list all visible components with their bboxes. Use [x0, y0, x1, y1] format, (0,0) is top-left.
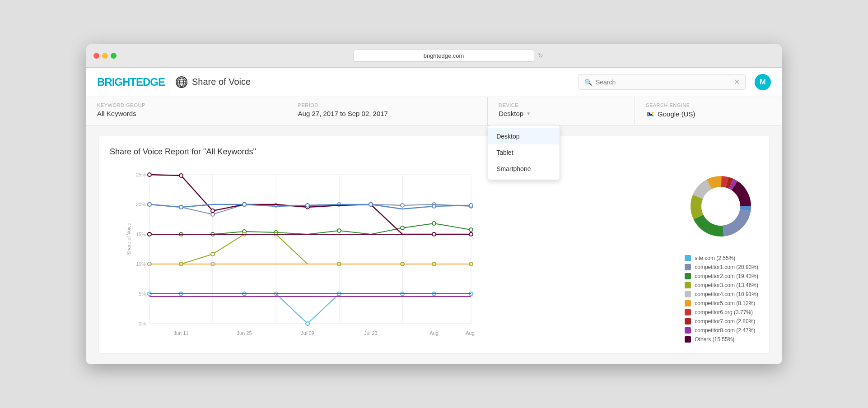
svg-point-100: [704, 189, 738, 223]
close-search-icon[interactable]: ✕: [734, 78, 740, 86]
list-item: competitor6.org (3.77%): [685, 309, 758, 315]
address-bar-container: brightedge.com ↻: [122, 50, 775, 62]
svg-point-51: [432, 222, 436, 225]
search-engine-label: SEARCH ENGINE: [646, 102, 771, 108]
svg-point-50: [401, 226, 404, 230]
svg-point-66: [148, 232, 151, 236]
list-item: site.com (2.55%): [685, 255, 758, 261]
browser-titlebar: brightedge.com ↻: [86, 44, 782, 68]
globe-icon: [176, 76, 187, 88]
main-content: Share of Voice Report for "All Keywords"…: [86, 125, 782, 364]
close-dot[interactable]: [93, 53, 99, 59]
list-item: competitor7.com (2.80%): [685, 318, 758, 325]
google-logo-icon: G: [646, 110, 655, 119]
search-input[interactable]: [596, 79, 730, 86]
keyword-group-value: All Keywords: [97, 110, 276, 117]
device-value: Desktop ▼: [499, 110, 624, 117]
logo: BRIGHTEDGE: [97, 76, 165, 88]
svg-point-75: [148, 173, 151, 176]
svg-point-86: [306, 204, 309, 207]
keyword-group-filter[interactable]: KEYWORD GROUP All Keywords: [86, 97, 287, 125]
legend-color-comp2: [685, 273, 691, 279]
device-label: DEVICE: [499, 102, 624, 108]
svg-point-87: [369, 203, 373, 206]
svg-text:15%: 15%: [136, 232, 146, 237]
svg-text:Jun 11: Jun 11: [173, 330, 188, 336]
legend-color-comp1: [685, 264, 691, 270]
legend-color-others: [685, 336, 691, 343]
list-item: competitor3.com (13.46%): [685, 282, 758, 288]
filters-row: KEYWORD GROUP All Keywords PERIOD Aug 27…: [86, 97, 782, 125]
period-filter[interactable]: PERIOD Aug 27, 2017 to Sep 02, 2017: [287, 97, 488, 125]
period-label: PERIOD: [298, 102, 477, 108]
search-engine-filter[interactable]: SEARCH ENGINE G Google (US): [635, 97, 782, 125]
svg-text:G: G: [647, 111, 651, 117]
list-item: competitor5.com (8.12%): [685, 300, 758, 306]
maximize-dot[interactable]: [111, 53, 117, 59]
legend-color-comp3: [685, 282, 691, 288]
svg-text:20%: 20%: [136, 202, 146, 207]
chart-section: Share of Voice Report for "All Keywords"…: [99, 136, 769, 353]
search-icon: 🔍: [584, 79, 592, 86]
avatar[interactable]: M: [755, 74, 771, 90]
legend-section: site.com (2.55%) competitor1.com (20.93%…: [685, 170, 758, 343]
legend-color-site: [685, 255, 691, 261]
device-filter[interactable]: DEVICE Desktop ▼ Desktop Tablet Smartpho…: [488, 97, 635, 125]
svg-point-88: [432, 204, 436, 208]
svg-point-81: [432, 232, 436, 236]
list-item: competitor8.com (2.47%): [685, 327, 758, 334]
svg-point-76: [179, 174, 183, 177]
svg-point-85: [243, 203, 246, 206]
device-dropdown-arrow: ▼: [526, 111, 531, 116]
chart-area: Share of Voice 25% 20% 15% 10% 5% 0%: [110, 166, 758, 343]
legend-color-comp8: [685, 327, 691, 334]
svg-text:Aug: Aug: [466, 330, 475, 336]
minimize-dot[interactable]: [102, 53, 108, 59]
y-axis-label: Share of Voice: [126, 223, 131, 255]
svg-point-82: [469, 232, 473, 236]
device-option-desktop[interactable]: Desktop: [488, 128, 560, 144]
page-title: Share of Voice: [192, 77, 251, 87]
svg-point-77: [211, 209, 215, 213]
svg-text:25%: 25%: [136, 172, 146, 177]
svg-text:5%: 5%: [139, 291, 146, 297]
legend-color-comp5: [685, 300, 691, 306]
chart-container-inner: Share of Voice 25% 20% 15% 10% 5% 0%: [132, 166, 667, 339]
device-option-smartphone[interactable]: Smartphone: [488, 161, 560, 177]
svg-point-41: [401, 204, 404, 207]
device-option-tablet[interactable]: Tablet: [488, 144, 560, 161]
period-value: Aug 27, 2017 to Sep 02, 2017: [298, 110, 477, 117]
svg-point-7: [652, 112, 653, 114]
svg-point-8: [652, 115, 653, 116]
address-input[interactable]: brightedge.com: [354, 50, 534, 62]
search-engine-value: G Google (US): [646, 110, 771, 119]
list-item: competitor2.com (19.43%): [685, 273, 758, 279]
svg-point-89: [469, 204, 473, 207]
svg-point-49: [337, 229, 341, 232]
page-title-area: Share of Voice: [176, 76, 251, 88]
svg-point-83: [148, 203, 151, 206]
line-chart-wrapper: Share of Voice 25% 20% 15% 10% 5% 0%: [110, 166, 667, 339]
svg-point-52: [469, 228, 473, 232]
svg-point-84: [179, 205, 183, 209]
device-dropdown: Desktop Tablet Smartphone: [488, 125, 560, 180]
legend-color-comp7: [685, 318, 691, 325]
svg-point-70: [306, 322, 309, 325]
top-nav: BRIGHTEDGE Share of Voice 🔍 ✕: [86, 68, 782, 97]
list-item: competitor1.com (20.93%): [685, 264, 758, 270]
keyword-group-label: KEYWORD GROUP: [97, 102, 276, 108]
list-item: competitor4.com (10.91%): [685, 291, 758, 297]
svg-text:Aug: Aug: [429, 330, 439, 336]
refresh-icon[interactable]: ↻: [538, 52, 543, 59]
donut-chart: [685, 170, 757, 242]
search-bar[interactable]: 🔍 ✕: [579, 74, 746, 90]
browser-dots: [93, 53, 117, 59]
svg-text:Jun 25: Jun 25: [237, 330, 252, 336]
svg-text:0%: 0%: [139, 321, 146, 326]
svg-point-37: [211, 213, 215, 216]
app-container: BRIGHTEDGE Share of Voice 🔍 ✕: [86, 68, 782, 364]
line-chart-svg: 25% 20% 15% 10% 5% 0%: [132, 166, 476, 337]
legend-color-comp4: [685, 291, 691, 297]
svg-point-55: [211, 252, 215, 256]
svg-text:Jul 23: Jul 23: [364, 330, 377, 336]
